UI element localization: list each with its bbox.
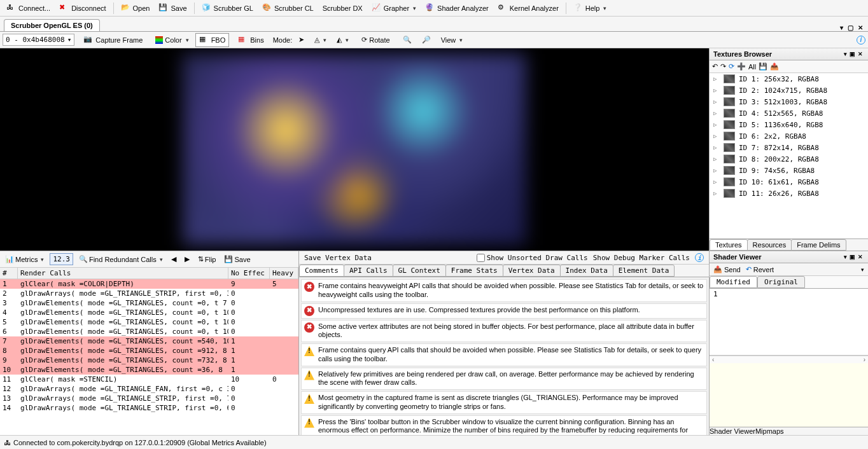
- grapher-menu[interactable]: 📈Grapher: [368, 2, 420, 15]
- comment-item[interactable]: !Press the 'Bins' toolbar button in the …: [301, 415, 707, 436]
- texture-row[interactable]: ▷ID 2: 1024x715, RGBA8: [710, 85, 868, 96]
- scrubber-gl-menu[interactable]: 🧊Scrubber GL: [198, 2, 257, 15]
- col-number[interactable]: #: [0, 268, 18, 279]
- expand-icon[interactable]: ▷: [713, 179, 720, 185]
- comment-item[interactable]: !Frame contains query API calls that sho…: [301, 343, 707, 366]
- table-row[interactable]: 9glDrawElements( mode =GL_TRIANGLES, cou…: [0, 356, 298, 365]
- bins-button[interactable]: ▦Bins: [234, 33, 267, 47]
- expand-icon[interactable]: ▷: [713, 87, 720, 93]
- col-heavy[interactable]: Heavy: [270, 268, 298, 279]
- find-redundant-button[interactable]: 🔍Find Redundant Calls: [76, 254, 165, 265]
- expand-icon[interactable]: ▷: [713, 121, 720, 128]
- vertex-data-tab[interactable]: Vertex Data: [503, 265, 561, 277]
- nav-fwd-icon[interactable]: ↷: [720, 62, 726, 71]
- table-row[interactable]: 14glDrawArrays( mode =GL_TRIANGLE_STRIP,…: [0, 403, 298, 413]
- show-debug-checkbox[interactable]: Show Debug Marker Calls: [593, 254, 690, 262]
- texture-row[interactable]: ▷ID 3: 512x1003, RGBA8: [710, 96, 868, 107]
- table-row[interactable]: 6glDrawElements( mode =GL_TRIANGLES, cou…: [0, 327, 298, 336]
- expand-icon[interactable]: ▷: [713, 133, 720, 139]
- prev-button[interactable]: ◀: [169, 254, 179, 265]
- revert-button[interactable]: ↶Revert: [746, 265, 774, 273]
- scrubber-cl-menu[interactable]: 🎨Scrubber CL: [258, 2, 318, 15]
- table-row[interactable]: 8glDrawElements( mode =GL_TRIANGLES, cou…: [0, 346, 298, 356]
- col-no-effect[interactable]: No Effec: [228, 268, 270, 279]
- disconnect-menu[interactable]: ✖Disconnect: [55, 2, 109, 15]
- close-panel-icon[interactable]: ✕: [857, 51, 864, 57]
- comment-item[interactable]: ✖Uncompressed textures are in use. Compr…: [301, 303, 707, 319]
- expand-icon[interactable]: ▷: [713, 167, 720, 174]
- table-row[interactable]: 4glDrawElements( mode =GL_TRIANGLES, cou…: [0, 308, 298, 317]
- shader-analyzer-menu[interactable]: 🔮Shader Analyzer: [421, 2, 493, 15]
- info-icon[interactable]: i: [695, 253, 704, 262]
- texture-row[interactable]: ▷ID 8: 200x22, RGBA8: [710, 153, 868, 165]
- texture-row[interactable]: ▷ID 7: 872x14, RGBA8: [710, 142, 868, 153]
- texture-row[interactable]: ▷ID 6: 2x2, RGBA8: [710, 130, 868, 142]
- table-row[interactable]: 5glDrawElements( mode =GL_TRIANGLES, cou…: [0, 317, 298, 327]
- table-row[interactable]: 10glDrawElements( mode =GL_TRIANGLES, co…: [0, 365, 298, 375]
- mode-cursor-button[interactable]: ➤: [295, 34, 308, 46]
- zoom-in-button[interactable]: 🔎: [418, 34, 435, 46]
- table-row[interactable]: 12glDrawArrays( mode =GL_TRIANGLE_FAN, f…: [0, 384, 298, 394]
- restore-icon[interactable]: ▢: [846, 24, 855, 31]
- add-icon[interactable]: ➕: [737, 62, 746, 71]
- save-vertex-button[interactable]: Save Vertex Data: [304, 254, 372, 262]
- comments-list[interactable]: ✖Frame contains heavyweight API calls th…: [299, 277, 709, 435]
- flip-button[interactable]: ⇅Flip: [195, 254, 219, 265]
- index-data-tab[interactable]: Index Data: [560, 265, 613, 277]
- color-button[interactable]: Color: [151, 34, 192, 46]
- open-menu[interactable]: 📂Open: [117, 2, 154, 15]
- shader-editor[interactable]: 1: [710, 289, 868, 356]
- texture-row[interactable]: ▷ID 4: 512x565, RGBA8: [710, 107, 868, 119]
- framebuffer-dropdown[interactable]: 0 - 0x4b468008▾: [3, 34, 74, 46]
- expand-icon[interactable]: ▷: [713, 156, 720, 162]
- table-row[interactable]: 11glClear( mask =STENCIL)100: [0, 375, 298, 384]
- refresh-icon[interactable]: ⟳: [729, 62, 734, 71]
- info-icon[interactable]: i: [857, 36, 865, 45]
- shader-viewer-tab[interactable]: Shader Viewer: [710, 427, 755, 435]
- fbo-button[interactable]: ▦FBO: [195, 33, 230, 47]
- scrubber-dx-menu[interactable]: Scrubber DX: [319, 3, 367, 13]
- table-row[interactable]: 13glDrawArrays( mode =GL_TRIANGLE_STRIP,…: [0, 394, 298, 403]
- api-calls-tab[interactable]: API Calls: [344, 265, 393, 277]
- expand-icon[interactable]: ▷: [713, 144, 720, 151]
- original-tab[interactable]: Original: [757, 276, 805, 288]
- comment-item[interactable]: ✖Some active vertex attributes are not b…: [301, 320, 707, 343]
- col-render-calls[interactable]: Render Calls: [18, 268, 228, 279]
- textures-tab[interactable]: Textures: [710, 239, 748, 251]
- metrics-dropdown[interactable]: 📊Metrics: [3, 254, 46, 265]
- export-icon[interactable]: 📤: [770, 62, 779, 71]
- save-menu[interactable]: 💾Save: [155, 2, 190, 15]
- expand-icon[interactable]: ▾: [861, 266, 864, 273]
- resources-tab[interactable]: Resources: [747, 239, 792, 251]
- texture-row[interactable]: ▷ID 10: 61x61, RGBA8: [710, 176, 868, 188]
- comments-tab[interactable]: Comments: [299, 265, 344, 277]
- gl-context-tab[interactable]: GL Context: [393, 265, 446, 277]
- expand-icon[interactable]: ▷: [713, 99, 720, 105]
- close-panel-icon[interactable]: ✕: [857, 254, 864, 260]
- save-calls-button[interactable]: 💾Save: [221, 254, 253, 265]
- frame-delims-tab[interactable]: Frame Delims: [791, 239, 846, 251]
- close-icon[interactable]: ✕: [857, 24, 864, 31]
- comment-item[interactable]: !Most geometry in the captured frame is …: [301, 391, 707, 414]
- zoom-out-button[interactable]: 🔍: [399, 34, 416, 46]
- comment-item[interactable]: !Relatively few primitives are being ren…: [301, 368, 707, 390]
- dock-icon[interactable]: ▣: [848, 254, 857, 260]
- kernel-analyzer-menu[interactable]: ⚙Kernel Analyzer: [494, 2, 563, 15]
- expand-icon[interactable]: ▷: [713, 76, 720, 82]
- view-button[interactable]: View: [437, 34, 467, 46]
- scrubber-tab[interactable]: Scrubber OpenGL ES (0): [4, 19, 100, 31]
- mode-tri-button[interactable]: ◭: [333, 34, 353, 46]
- frame-stats-tab[interactable]: Frame Stats: [445, 265, 503, 277]
- texture-row[interactable]: ▷ID 1: 256x32, RGBA8: [710, 73, 868, 85]
- texture-row[interactable]: ▷ID 11: 26x26, RGBA8: [710, 188, 868, 199]
- expand-icon[interactable]: ▷: [713, 110, 720, 116]
- send-button[interactable]: 📤Send: [713, 265, 741, 273]
- pin-icon[interactable]: ▾: [843, 51, 848, 57]
- show-unsorted-checkbox[interactable]: Show Unsorted Draw Calls: [477, 254, 588, 262]
- help-menu[interactable]: ❔Help: [570, 2, 611, 15]
- comment-item[interactable]: ✖Frame contains heavyweight API calls th…: [301, 279, 707, 302]
- modified-tab[interactable]: Modified: [710, 276, 757, 288]
- pin-icon[interactable]: ▾: [843, 254, 848, 260]
- rotate-button[interactable]: ⟳Rotate: [358, 34, 393, 46]
- mode-wire-button[interactable]: ◬: [311, 34, 330, 46]
